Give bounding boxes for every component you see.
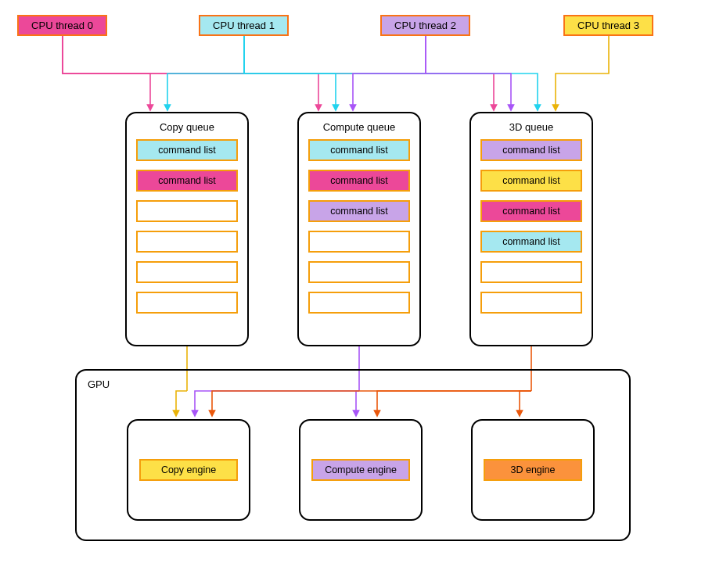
command-list: command list: [480, 231, 582, 253]
engine-2: 3D engine: [471, 419, 595, 521]
command-slot-empty: [480, 292, 582, 314]
queue-2: 3D queuecommand listcommand listcommand …: [469, 112, 593, 346]
command-list: command list: [308, 200, 410, 222]
cpu-thread-0: CPU thread 0: [17, 15, 107, 36]
command-slot-empty: [136, 292, 238, 314]
engine-label: Compute engine: [311, 459, 410, 481]
queue-title: 3D queue: [480, 121, 582, 133]
command-list: command list: [136, 139, 238, 161]
command-list: command list: [136, 170, 238, 192]
gpu-container: GPU Copy engineCompute engine3D engine: [75, 369, 631, 541]
engine-1: Compute engine: [299, 419, 423, 521]
command-slot-empty: [308, 261, 410, 283]
queue-1: Compute queuecommand listcommand listcom…: [297, 112, 421, 346]
command-list: command list: [480, 170, 582, 192]
queue-0: Copy queuecommand listcommand list: [125, 112, 249, 346]
command-slot-empty: [480, 261, 582, 283]
engine-label: Copy engine: [139, 459, 238, 481]
command-slot-empty: [136, 231, 238, 253]
queue-title: Compute queue: [308, 121, 410, 133]
command-slot-empty: [136, 200, 238, 222]
command-slot-empty: [136, 261, 238, 283]
command-slot-empty: [308, 231, 410, 253]
engine-0: Copy engine: [127, 419, 250, 521]
cpu-thread-3: CPU thread 3: [563, 15, 653, 36]
engine-label: 3D engine: [484, 459, 582, 481]
gpu-title: GPU: [88, 378, 618, 390]
cpu-thread-2: CPU thread 2: [380, 15, 470, 36]
command-slot-empty: [308, 292, 410, 314]
command-list: command list: [308, 139, 410, 161]
command-list: command list: [480, 139, 582, 161]
queue-title: Copy queue: [136, 121, 238, 133]
cpu-thread-1: CPU thread 1: [199, 15, 289, 36]
command-list: command list: [308, 170, 410, 192]
command-list: command list: [480, 200, 582, 222]
